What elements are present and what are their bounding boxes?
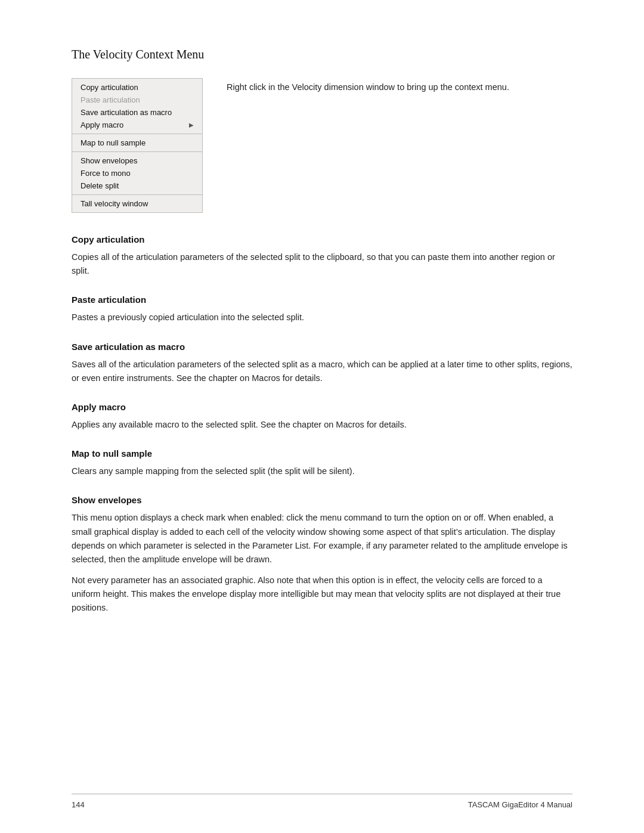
menu-item-label: Apply macro xyxy=(80,120,123,129)
menu-item-label: Copy articulation xyxy=(80,83,138,92)
section-heading-copy-articulation: Copy articulation xyxy=(72,234,572,244)
show-envelopes-para-2: Not every parameter has an associated gr… xyxy=(72,574,572,615)
section-apply-macro: Apply macro Applies any available macro … xyxy=(72,402,572,432)
menu-item-save-articulation-as-macro[interactable]: Save articulation as macro xyxy=(72,106,202,119)
menu-item-label: Map to null sample xyxy=(80,138,145,147)
menu-item-apply-macro[interactable]: Apply macro xyxy=(72,119,202,131)
section-body-apply-macro: Applies any available macro to the selec… xyxy=(72,418,572,432)
section-heading-apply-macro: Apply macro xyxy=(72,402,572,412)
menu-item-label: Tall velocity window xyxy=(80,199,148,208)
section-show-envelopes: Show envelopes This menu option displays… xyxy=(72,495,572,615)
menu-item-paste-articulation[interactable]: Paste articulation xyxy=(72,94,202,106)
menu-divider-1 xyxy=(72,134,202,134)
section-body-map-to-null-sample: Clears any sample mapping from the selec… xyxy=(72,465,572,478)
menu-item-copy-articulation[interactable]: Copy articulation xyxy=(72,81,202,94)
menu-item-label: Show envelopes xyxy=(80,156,137,165)
section-heading-paste-articulation: Paste articulation xyxy=(72,295,572,305)
menu-item-force-to-mono[interactable]: Force to mono xyxy=(72,167,202,179)
top-description: Right click in the Velocity dimension wi… xyxy=(227,78,509,213)
section-save-articulation-as-macro: Save articulation as macro Saves all of … xyxy=(72,342,572,385)
section-body-paste-articulation: Pastes a previously copied articulation … xyxy=(72,311,572,324)
section-heading-save-articulation-as-macro: Save articulation as macro xyxy=(72,342,572,352)
section-copy-articulation: Copy articulation Copies all of the arti… xyxy=(72,234,572,278)
section-paste-articulation: Paste articulation Pastes a previously c… xyxy=(72,295,572,324)
menu-item-label: Delete split xyxy=(80,181,119,190)
menu-item-show-envelopes[interactable]: Show envelopes xyxy=(72,154,202,167)
section-heading-map-to-null-sample: Map to null sample xyxy=(72,448,572,459)
menu-divider-3 xyxy=(72,194,202,195)
show-envelopes-para-1: This menu option displays a check mark w… xyxy=(72,511,572,566)
section-body-copy-articulation: Copies all of the articulation parameter… xyxy=(72,250,572,278)
page-container: The Velocity Context Menu Copy articulat… xyxy=(0,0,644,680)
context-menu: Copy articulation Paste articulation Sav… xyxy=(72,78,203,213)
menu-divider-2 xyxy=(72,151,202,152)
menu-item-label: Force to mono xyxy=(80,169,131,178)
section-body-show-envelopes: This menu option displays a check mark w… xyxy=(72,511,572,615)
section-body-save-articulation-as-macro: Saves all of the articulation parameters… xyxy=(72,358,572,385)
footer-page-number: 144 xyxy=(72,800,85,809)
menu-item-label: Save articulation as macro xyxy=(80,108,172,117)
menu-item-tall-velocity-window[interactable]: Tall velocity window xyxy=(72,197,202,210)
menu-item-label: Paste articulation xyxy=(80,95,140,104)
menu-item-delete-split[interactable]: Delete split xyxy=(72,179,202,192)
top-section: Copy articulation Paste articulation Sav… xyxy=(72,78,572,213)
page-footer: 144 TASCAM GigaEditor 4 Manual xyxy=(72,794,572,809)
section-map-to-null-sample: Map to null sample Clears any sample map… xyxy=(72,448,572,478)
menu-item-map-to-null-sample[interactable]: Map to null sample xyxy=(72,137,202,149)
footer-manual-title: TASCAM GigaEditor 4 Manual xyxy=(468,800,572,809)
section-heading-show-envelopes: Show envelopes xyxy=(72,495,572,505)
page-title: The Velocity Context Menu xyxy=(72,48,572,61)
